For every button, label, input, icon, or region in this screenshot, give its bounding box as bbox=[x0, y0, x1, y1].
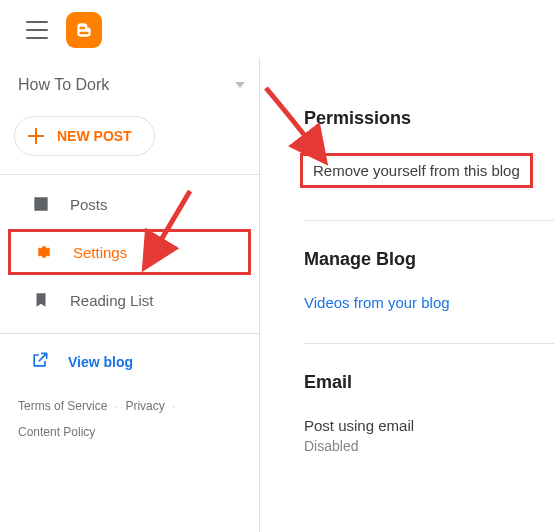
section-title-manage: Manage Blog bbox=[304, 249, 534, 270]
gear-icon bbox=[33, 241, 55, 263]
view-blog-label: View blog bbox=[68, 354, 133, 370]
view-blog-link[interactable]: View blog bbox=[0, 334, 259, 389]
external-link-icon bbox=[30, 350, 50, 373]
content-policy-link[interactable]: Content Policy bbox=[18, 425, 95, 439]
sidebar-item-reading-list[interactable]: Reading List bbox=[0, 277, 259, 323]
blog-selector[interactable]: How To Dork bbox=[0, 66, 259, 104]
new-post-button[interactable]: NEW POST bbox=[14, 116, 155, 156]
footer-links: Terms of Service · Privacy · Content Pol… bbox=[0, 389, 259, 446]
plus-icon bbox=[27, 127, 45, 145]
blog-name: How To Dork bbox=[18, 76, 109, 94]
post-using-email-row[interactable]: Post using email Disabled bbox=[304, 411, 534, 472]
bookmark-icon bbox=[30, 289, 52, 311]
menu-icon[interactable] bbox=[26, 21, 48, 39]
sidebar-item-posts[interactable]: Posts bbox=[0, 181, 259, 227]
blogger-logo-glyph bbox=[74, 20, 94, 40]
blogger-logo bbox=[66, 12, 102, 48]
sidebar-item-label: Reading List bbox=[70, 292, 153, 309]
sidebar: How To Dork NEW POST Posts Settings bbox=[0, 58, 260, 532]
terms-link[interactable]: Terms of Service bbox=[18, 399, 107, 413]
section-title-permissions: Permissions bbox=[304, 108, 534, 129]
videos-link[interactable]: Videos from your blog bbox=[304, 288, 534, 329]
chevron-down-icon bbox=[235, 82, 245, 88]
sidebar-item-settings[interactable]: Settings bbox=[8, 229, 251, 275]
content-panel: Permissions Remove yourself from this bl… bbox=[260, 58, 554, 532]
post-using-email-label: Post using email bbox=[304, 417, 534, 434]
section-title-email: Email bbox=[304, 372, 534, 393]
post-using-email-status: Disabled bbox=[304, 434, 534, 454]
posts-icon bbox=[30, 193, 52, 215]
new-post-label: NEW POST bbox=[57, 128, 132, 144]
remove-yourself-link[interactable]: Remove yourself from this blog bbox=[300, 153, 533, 188]
sidebar-item-label: Posts bbox=[70, 196, 108, 213]
sidebar-item-label: Settings bbox=[73, 244, 127, 261]
privacy-link[interactable]: Privacy bbox=[125, 399, 164, 413]
